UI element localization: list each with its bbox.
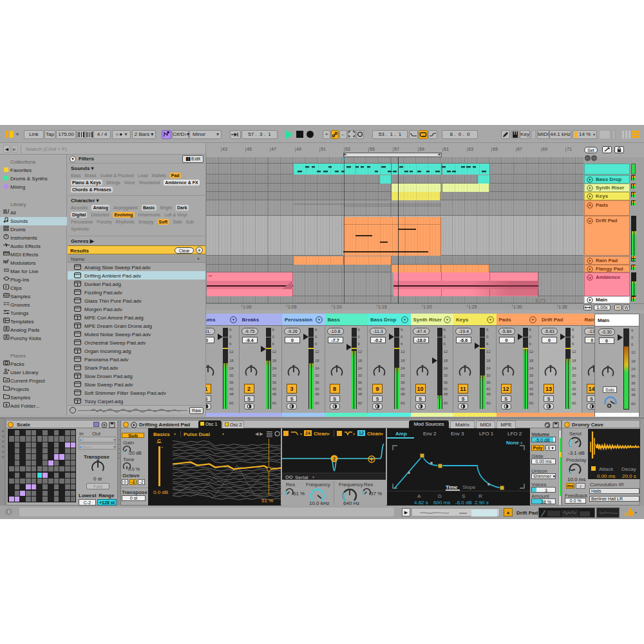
svg-text:2: 2 bbox=[333, 457, 336, 461]
